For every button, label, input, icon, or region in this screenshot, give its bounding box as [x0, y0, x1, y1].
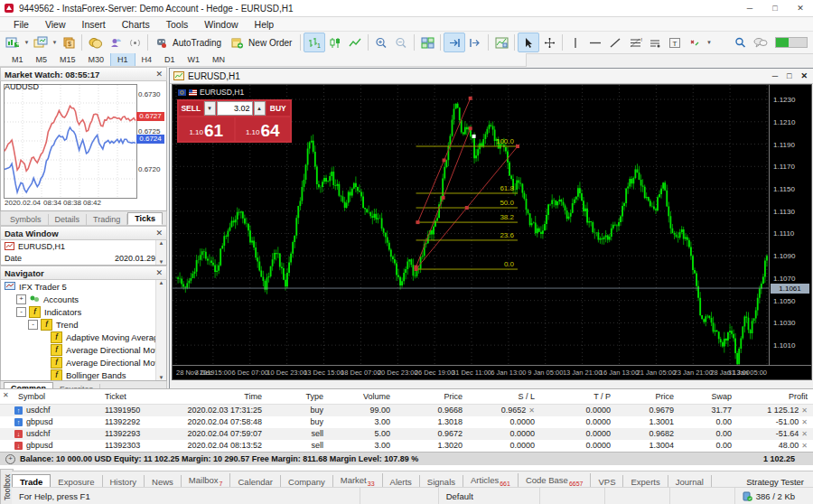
navigator-scrollbar[interactable]: ▲▼: [155, 280, 166, 380]
collapse-icon[interactable]: -: [16, 307, 26, 317]
maximize-button[interactable]: □: [762, 0, 788, 16]
data-window-date-row[interactable]: Date 2020.01.29: [1, 252, 166, 264]
timeframe-mn[interactable]: MN: [206, 53, 231, 66]
data-window-close-icon[interactable]: ✕: [155, 229, 163, 238]
data-window-symbol-row[interactable]: EURUSD,H1: [1, 240, 166, 252]
navigator-item-indicators[interactable]: -fIndicators: [1, 305, 166, 318]
volume-up-button[interactable]: ▲: [254, 101, 266, 116]
close-button[interactable]: ✕: [788, 0, 813, 16]
tile-windows-icon[interactable]: [417, 33, 437, 51]
zoom-in-icon[interactable]: [371, 33, 391, 51]
arrows-icon[interactable]: [685, 33, 705, 51]
column-header-volume[interactable]: Volume: [329, 389, 396, 404]
navigator-item-bollinger-bands[interactable]: fBollinger Bands: [1, 369, 166, 381]
menu-view[interactable]: View: [37, 19, 74, 30]
column-header-symbol[interactable]: Symbol: [13, 389, 99, 404]
column-header-type[interactable]: Type: [267, 389, 329, 404]
signals-icon[interactable]: [125, 33, 145, 51]
position-row[interactable]: ↓usdchf113922932020.02.04 07:59:07sell5.…: [0, 428, 813, 440]
navigator-item-adaptive-moving-average[interactable]: fAdaptive Moving Average: [1, 331, 166, 343]
volume-input[interactable]: [217, 101, 253, 116]
menu-insert[interactable]: Insert: [74, 19, 114, 30]
column-header-tp[interactable]: T / P: [540, 389, 616, 404]
close-position-icon[interactable]: ✕: [801, 406, 808, 415]
line-chart-icon[interactable]: [345, 33, 365, 51]
timeframe-w1[interactable]: W1: [182, 53, 207, 66]
chart-close-button[interactable]: ✕: [800, 71, 808, 80]
timeframe-h4[interactable]: H4: [136, 53, 159, 66]
chat-icon[interactable]: [753, 37, 768, 48]
remove-sl-icon[interactable]: ✕: [528, 406, 535, 415]
horizontal-line-icon[interactable]: [585, 33, 605, 51]
chart-window-titlebar[interactable]: EURUSD,H1 ─ □ ✕: [170, 69, 813, 84]
profiles-icon[interactable]: [31, 33, 51, 51]
collapse-icon[interactable]: -: [28, 320, 38, 330]
column-header-time[interactable]: Time: [177, 389, 267, 404]
menu-window[interactable]: Window: [196, 19, 246, 30]
buy-button[interactable]: BUY: [266, 101, 291, 116]
timeframe-m1[interactable]: M1: [5, 53, 30, 66]
chart-area[interactable]: 0.023.638.250.061.8100.0 1.12301.12101.1…: [172, 84, 812, 380]
timeframe-m30[interactable]: M30: [82, 53, 111, 66]
new-chart-dropdown-icon[interactable]: ▼: [23, 40, 31, 45]
autotrading-label[interactable]: AutoTrading: [173, 38, 221, 48]
market-watch-tab-ticks[interactable]: Ticks: [127, 212, 163, 225]
resize-grip[interactable]: [802, 488, 813, 504]
timeframe-d1[interactable]: D1: [158, 53, 182, 66]
trendline-icon[interactable]: [605, 33, 625, 51]
market-watch-tab-symbols[interactable]: Symbols: [4, 214, 49, 225]
fibonacci-icon[interactable]: f: [625, 33, 645, 51]
column-header-swap[interactable]: Swap: [679, 389, 737, 404]
indicators-list-icon[interactable]: [491, 33, 511, 51]
chart-minimize-button[interactable]: ─: [772, 71, 778, 80]
candles-icon[interactable]: [325, 33, 345, 51]
data-window-scrollbar[interactable]: ▲▼: [155, 240, 166, 265]
search-icon[interactable]: [734, 37, 746, 49]
auto-scroll-icon[interactable]: [444, 33, 465, 52]
navigator-item-average-directional-movement[interactable]: fAverage Directional Movement: [1, 343, 166, 356]
buy-price[interactable]: 1.10 64: [236, 117, 291, 141]
navigator-item-trend[interactable]: -fTrend: [1, 318, 166, 331]
timeframe-m15[interactable]: M15: [53, 53, 82, 66]
market-watch-tab-details[interactable]: Details: [49, 214, 88, 225]
navigator-item-ifx-trader-5[interactable]: IFX Trader 5: [1, 280, 166, 293]
position-row[interactable]: ↓gbpusd113923032020.02.04 08:13:52sell3.…: [0, 440, 813, 452]
market-watch-tick-chart[interactable]: AUDUSD 0.67300.67250.67200.67270.6724 20…: [0, 81, 167, 211]
channel-icon[interactable]: [645, 33, 665, 51]
menu-file[interactable]: File: [5, 19, 37, 30]
menu-charts[interactable]: Charts: [114, 19, 158, 30]
chart-shift-icon[interactable]: [465, 33, 485, 51]
deposit-icon[interactable]: [85, 33, 105, 51]
market-watch-close-icon[interactable]: ✕: [155, 70, 163, 79]
navigator-close-icon[interactable]: ✕: [155, 268, 163, 277]
text-label-icon[interactable]: T: [665, 33, 685, 51]
autotrading-icon[interactable]: [151, 33, 171, 51]
position-row[interactable]: ↑usdchf113919502020.02.03 17:31:25buy99.…: [0, 405, 813, 416]
toolbox-close-icon[interactable]: ✕: [3, 391, 9, 399]
column-header-price[interactable]: Price: [616, 389, 679, 404]
arrows-dropdown-icon[interactable]: ▼: [705, 40, 713, 45]
menu-help[interactable]: Help: [247, 19, 283, 30]
new-chart-icon[interactable]: [3, 33, 23, 51]
menu-tools[interactable]: Tools: [158, 19, 197, 30]
bar-chart-icon[interactable]: 1: [304, 33, 325, 52]
cursor-icon[interactable]: [518, 33, 539, 52]
market-watch-tab-trading[interactable]: Trading: [87, 214, 127, 225]
navigator-item-accounts[interactable]: +Accounts: [1, 293, 166, 305]
history-center-icon[interactable]: $: [59, 33, 79, 51]
community-icon[interactable]: [105, 33, 125, 51]
column-header-sl[interactable]: S / L: [468, 389, 540, 404]
chart-maximize-button[interactable]: □: [787, 71, 791, 80]
crosshair-icon[interactable]: [539, 33, 559, 51]
new-order-label[interactable]: New Order: [248, 38, 292, 48]
sell-price[interactable]: 1.10 61: [179, 117, 234, 141]
close-position-icon[interactable]: ✕: [801, 430, 808, 438]
minimize-button[interactable]: ─: [737, 0, 762, 16]
expand-icon[interactable]: +: [16, 294, 26, 304]
navigator-item-average-directional-movement[interactable]: fAverage Directional Movement: [1, 356, 166, 369]
column-header-price[interactable]: Price: [396, 389, 468, 404]
new-order-icon[interactable]: [227, 33, 247, 51]
close-position-icon[interactable]: ✕: [801, 442, 808, 450]
timeframe-m5[interactable]: M5: [30, 53, 54, 66]
close-position-icon[interactable]: ✕: [801, 418, 808, 426]
